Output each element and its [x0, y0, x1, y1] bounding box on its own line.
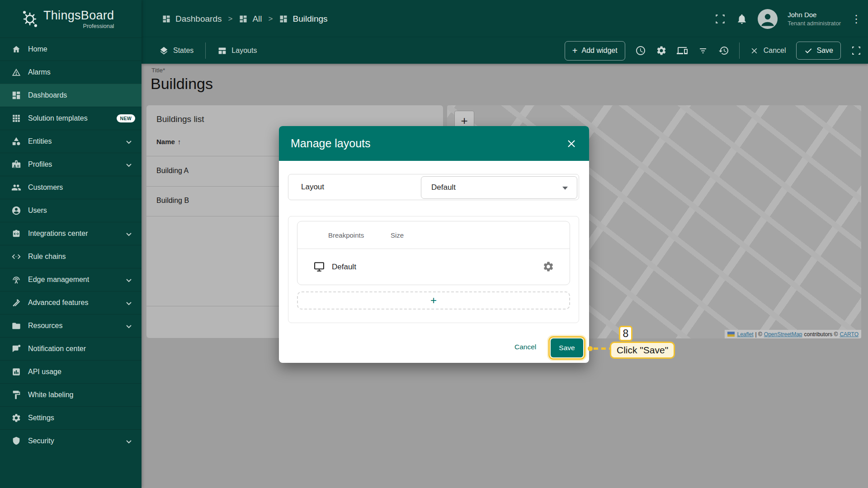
devices-icon[interactable] — [677, 45, 688, 56]
settings-gear-icon[interactable] — [656, 45, 667, 56]
sidebar-item-security[interactable]: Security — [0, 429, 142, 452]
dialog-save-button[interactable]: Save — [551, 338, 583, 357]
sidebar-item-edge-management[interactable]: Edge management — [0, 268, 142, 291]
sidebar-item-entities[interactable]: Entities — [0, 130, 142, 153]
avatar[interactable] — [758, 9, 778, 29]
sidebar-item-profiles[interactable]: Profiles — [0, 153, 142, 176]
add-breakpoint-button[interactable]: + — [297, 291, 570, 310]
sidebar-item-integrations-center[interactable]: Integrations center — [0, 222, 142, 245]
sidebar-item-white-labeling[interactable]: White labeling — [0, 383, 142, 406]
openstreetmap-link[interactable]: OpenStreetMap — [764, 331, 802, 338]
divider — [205, 42, 206, 59]
dialog-cancel-button[interactable]: Cancel — [514, 343, 536, 351]
monitor-icon — [313, 260, 326, 273]
folder-icon — [11, 320, 22, 331]
user-circle-icon — [11, 205, 22, 216]
check-icon — [804, 46, 813, 55]
screen: Title* Buildings Buildings list Name↑ Bu… — [0, 0, 868, 488]
kebab-menu-icon[interactable]: ⋮ — [851, 14, 862, 24]
leaflet-link[interactable]: Leaflet — [737, 331, 754, 338]
app-logo[interactable]: ThingsBoard Professional — [0, 0, 142, 38]
layout-select[interactable]: Default — [421, 176, 577, 199]
sidebar-item-settings[interactable]: Settings — [0, 406, 142, 429]
new-badge: NEW — [117, 114, 135, 122]
chevron-down-icon — [123, 436, 134, 447]
brand-name: ThingsBoard — [43, 9, 114, 23]
breakpoints-container: Breakpoints Size Default + — [288, 216, 579, 323]
cancel-button[interactable]: Cancel — [750, 46, 786, 56]
category-icon — [11, 136, 22, 147]
annotation-label: Click "Save" — [610, 342, 675, 359]
close-icon — [750, 46, 759, 56]
sidebar-item-resources[interactable]: Resources — [0, 314, 142, 337]
map-attribution: Leaflet | © OpenStreetMap contributors ©… — [725, 330, 862, 338]
breakpoint-row-name[interactable]: Default — [332, 263, 356, 272]
sidebar-item-rule-chains[interactable]: Rule chains — [0, 245, 142, 268]
breadcrumb: Dashboards > All > Buildings — [162, 0, 328, 38]
bell-icon[interactable] — [736, 13, 748, 25]
header-actions: John Doe Tenant administrator ⋮ — [714, 0, 862, 38]
sidebar-item-users[interactable]: Users — [0, 199, 142, 222]
breadcrumb-dashboards[interactable]: Dashboards — [162, 14, 222, 24]
widget-title: Buildings list — [156, 114, 204, 124]
layouts-button[interactable]: Layouts — [217, 46, 257, 56]
breadcrumb-buildings[interactable]: Buildings — [279, 14, 327, 24]
warning-icon — [11, 67, 22, 78]
dropdown-caret-icon — [562, 187, 568, 190]
breadcrumb-separator: > — [269, 14, 273, 23]
sidebar-item-alarms[interactable]: Alarms — [0, 61, 142, 84]
sidebar-item-dashboards[interactable]: Dashboards — [0, 84, 142, 107]
user-role: Tenant administrator — [788, 20, 841, 27]
plus-icon: + — [430, 294, 437, 307]
dashboard-grid-icon — [239, 14, 248, 23]
plus-icon: + — [572, 46, 578, 56]
tools-icon — [11, 297, 22, 308]
chart-icon — [11, 366, 22, 377]
dashboard-title: Buildings — [151, 75, 213, 93]
sidebar-item-customers[interactable]: Customers — [0, 176, 142, 199]
dashboard-toolbar: States Layouts + Add widget Cancel — [142, 38, 868, 64]
column-header-size: Size — [391, 221, 404, 249]
dialog-title: Manage layouts — [291, 137, 371, 150]
filter-icon[interactable] — [698, 45, 708, 56]
chevron-down-icon — [123, 321, 134, 332]
fullscreen-icon[interactable] — [714, 13, 726, 25]
chevron-down-icon — [123, 275, 134, 286]
layout-field-label: Layout — [301, 183, 324, 192]
sidebar-item-advanced-features[interactable]: Advanced features — [0, 291, 142, 314]
history-icon[interactable] — [718, 45, 729, 56]
person-icon — [758, 9, 778, 29]
chevron-down-icon — [123, 160, 134, 170]
time-window-icon[interactable] — [635, 45, 646, 56]
table-row[interactable]: Building A — [156, 167, 189, 175]
ukraine-flag-icon — [727, 332, 735, 337]
chevron-down-icon — [123, 136, 134, 147]
breadcrumb-all[interactable]: All — [239, 14, 262, 24]
close-icon[interactable] — [566, 138, 577, 150]
table-row[interactable]: Building B — [156, 197, 189, 205]
sidebar-item-home[interactable]: Home — [0, 38, 142, 61]
layout-select-value: Default — [431, 183, 456, 192]
column-header-name[interactable]: Name↑ — [156, 138, 181, 145]
sidebar-item-api-usage[interactable]: API usage — [0, 360, 142, 383]
add-widget-button[interactable]: + Add widget — [565, 41, 625, 61]
column-header-breakpoints: Breakpoints — [328, 221, 364, 249]
states-button[interactable]: States — [159, 46, 193, 56]
save-dashboard-button[interactable]: Save — [796, 42, 841, 60]
dialog-header: Manage layouts — [279, 126, 589, 161]
breadcrumb-separator: > — [228, 14, 232, 23]
row-settings-gear-icon[interactable] — [542, 261, 554, 272]
sidebar-item-solution-templates[interactable]: Solution templates NEW — [0, 107, 142, 130]
badge-icon — [11, 159, 22, 170]
carto-link[interactable]: CARTO — [840, 331, 859, 338]
fullscreen-icon[interactable] — [851, 45, 862, 56]
paint-icon — [11, 389, 22, 400]
sidebar-item-notification-center[interactable]: Notification center — [0, 337, 142, 360]
shield-icon — [11, 436, 22, 446]
brand-subtitle: Professional — [43, 23, 114, 29]
dashboard-grid-icon — [279, 14, 288, 23]
dashboards-icon — [11, 90, 22, 101]
sort-asc-icon: ↑ — [178, 138, 181, 145]
divider — [739, 42, 740, 59]
layout-field-row: Layout Default — [288, 174, 579, 200]
